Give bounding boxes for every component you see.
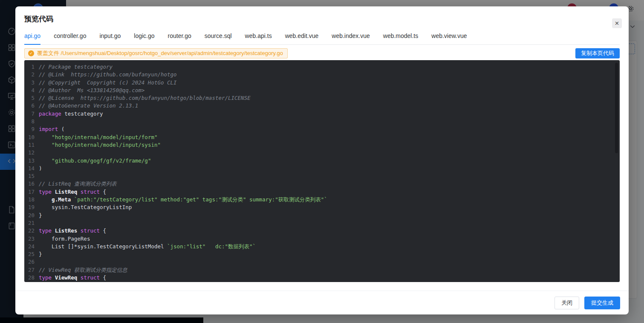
code-line: 27// ViewReq 获取测试分类指定信息 bbox=[24, 266, 620, 274]
code-line: 28type ViewReq struct { bbox=[24, 274, 620, 282]
code-line: 13 "github.com/gogf/gf/v2/frame/g" bbox=[24, 157, 620, 165]
tab-source.sql[interactable]: source.sql bbox=[205, 30, 232, 44]
file-tabs: api.gocontroller.goinput.gologic.goroute… bbox=[24, 30, 620, 45]
close-button[interactable]: 关闭 bbox=[554, 297, 579, 309]
tab-web.index.vue[interactable]: web.index.vue bbox=[332, 30, 370, 44]
code-line: 21 bbox=[24, 219, 620, 227]
code-line: 10 "hotgo/internal/model/input/form" bbox=[24, 134, 620, 141]
code-line: 14) bbox=[24, 165, 620, 172]
tab-logic.go[interactable]: logic.go bbox=[134, 30, 154, 44]
tab-web.view.vue[interactable]: web.view.vue bbox=[431, 30, 467, 44]
tab-api.go[interactable]: api.go bbox=[24, 30, 40, 45]
code-line: 17type ListReq struct { bbox=[24, 188, 620, 196]
modal-footer: 关闭 提交生成 bbox=[15, 291, 629, 314]
code-line: 26 bbox=[24, 258, 620, 266]
tab-web.model.ts[interactable]: web.model.ts bbox=[383, 30, 418, 44]
copy-page-code-button[interactable]: 复制本页代码 bbox=[575, 48, 620, 58]
code-line: 24 List []*sysin.TestCategoryListModel `… bbox=[24, 243, 620, 250]
code-line: 19 sysin.TestCategoryListInp bbox=[24, 204, 620, 211]
alert-row: ✓ 覆盖文件 /Users/mengshuai/Desktop/gosrc/ho… bbox=[24, 48, 620, 58]
code-line: 9import ( bbox=[24, 125, 620, 133]
code-line: 6// @AutoGenerate Version 2.13.1 bbox=[24, 102, 620, 110]
modal-title: 预览代码 bbox=[24, 14, 620, 24]
tab-web.edit.vue[interactable]: web.edit.vue bbox=[285, 30, 319, 44]
overwrite-file-text: 覆盖文件 /Users/mengshuai/Desktop/gosrc/hotg… bbox=[37, 49, 283, 57]
preview-code-modal: × 预览代码 api.gocontroller.goinput.gologic.… bbox=[15, 6, 629, 314]
code-line: 22type ListRes struct { bbox=[24, 227, 620, 235]
close-icon[interactable]: × bbox=[612, 18, 622, 28]
code-line: 7package testcategory bbox=[24, 110, 620, 118]
modal-header: 预览代码 api.gocontroller.goinput.gologic.go… bbox=[15, 6, 629, 45]
code-line: 5// @License https://github.com/bufanyun… bbox=[24, 94, 620, 102]
code-line: 18 g.Meta `path:"/testCategory/list" met… bbox=[24, 196, 620, 204]
tab-input.go[interactable]: input.go bbox=[99, 30, 121, 44]
code-line: 4// @Author Ms <133814250@qq.com> bbox=[24, 87, 620, 94]
tab-router.go[interactable]: router.go bbox=[168, 30, 191, 44]
overwrite-file-alert: ✓ 覆盖文件 /Users/mengshuai/Desktop/gosrc/ho… bbox=[24, 48, 288, 58]
code-line: 1// Package testcategory bbox=[24, 63, 620, 71]
code-line: 15 bbox=[24, 172, 620, 180]
code-line: 12 bbox=[24, 149, 620, 157]
code-line: 8 bbox=[24, 118, 620, 125]
code-line: 20} bbox=[24, 212, 620, 219]
code-preview[interactable]: 1// Package testcategory2// @Link https:… bbox=[24, 60, 620, 282]
check-circle-icon: ✓ bbox=[28, 50, 34, 56]
tab-web.api.ts[interactable]: web.api.ts bbox=[245, 30, 272, 44]
code-line: 3// @Copyright Copyright (c) 2024 HotGo … bbox=[24, 79, 620, 87]
code-line: 16// ListReq 查询测试分类列表 bbox=[24, 180, 620, 188]
code-line: 25} bbox=[24, 250, 620, 258]
code-scrollbar[interactable] bbox=[615, 63, 618, 153]
tab-controller.go[interactable]: controller.go bbox=[54, 30, 86, 44]
code-line: 2// @Link https://github.com/bufanyun/ho… bbox=[24, 71, 620, 79]
submit-generate-button[interactable]: 提交生成 bbox=[584, 297, 620, 309]
code-line: 11 "hotgo/internal/model/input/sysin" bbox=[24, 141, 620, 149]
code-line: 23 form.PageRes bbox=[24, 235, 620, 243]
code-line: 29 g.Meta `path:"/testCategory/view" met… bbox=[24, 282, 620, 282]
